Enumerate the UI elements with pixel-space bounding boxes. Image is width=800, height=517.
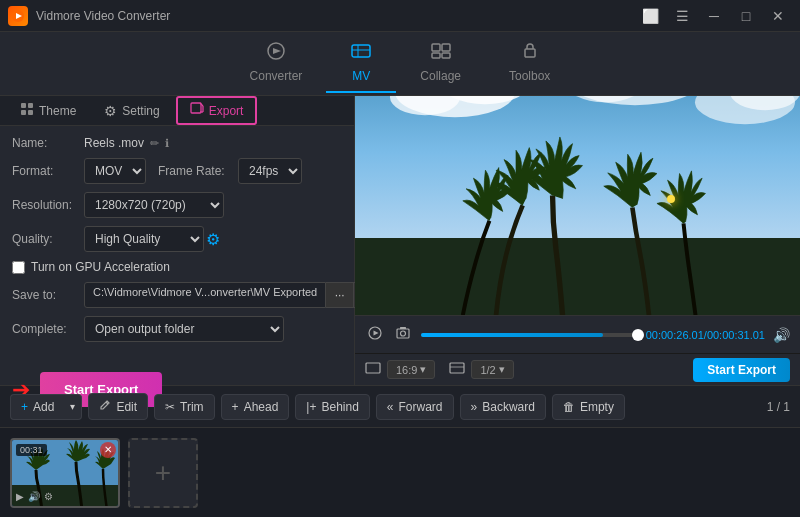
- svg-rect-32: [400, 327, 406, 329]
- screenshot-button[interactable]: [393, 323, 413, 346]
- saveto-row: Save to: C:\Vidmore\Vidmore V...onverter…: [12, 282, 342, 308]
- time-display: 00:00:26.01/00:00:31.01: [646, 329, 765, 341]
- resolution-row: Resolution: 1280x720 (720p)1920x1080 (10…: [12, 192, 342, 218]
- subtab-theme[interactable]: Theme: [8, 98, 88, 123]
- trim-icon: ✂: [165, 400, 175, 414]
- svg-rect-12: [21, 103, 26, 108]
- complete-select[interactable]: Open output folderDo nothing: [84, 316, 284, 342]
- clip-settings-icon: ⚙: [44, 491, 53, 502]
- saveto-label: Save to:: [12, 288, 84, 302]
- minimize-button[interactable]: ─: [700, 6, 728, 26]
- tab-converter[interactable]: Converter: [226, 34, 327, 93]
- close-button[interactable]: ✕: [764, 6, 792, 26]
- quality-settings-button[interactable]: ⚙: [204, 228, 222, 251]
- subtab-setting-label: Setting: [122, 104, 159, 118]
- video-thumbnail: [355, 96, 800, 315]
- empty-button[interactable]: 🗑 Empty: [552, 394, 625, 420]
- aspect-ratio-label: 16:9: [396, 364, 417, 376]
- progress-thumb: [632, 329, 644, 341]
- svg-rect-30: [397, 329, 409, 338]
- volume-icon[interactable]: 🔊: [773, 327, 790, 343]
- progress-fill: [421, 333, 603, 337]
- clip-count-label: 1/2: [480, 364, 495, 376]
- add-button-group: + Add ▾: [10, 394, 82, 420]
- trim-button[interactable]: ✂ Trim: [154, 394, 215, 420]
- framerate-select[interactable]: 24fps25fps30fps: [238, 158, 302, 184]
- complete-row: Complete: Open output folderDo nothing: [12, 316, 342, 342]
- clip-play-icon: ▶: [16, 491, 24, 502]
- subtab-export-label: Export: [209, 104, 244, 118]
- svg-rect-9: [432, 53, 440, 58]
- info-icon[interactable]: ℹ: [165, 137, 169, 150]
- save-path-display: C:\Vidmore\Vidmore V...onverter\MV Expor…: [84, 282, 326, 308]
- forward-icon: «: [387, 400, 394, 414]
- aspect-dropdown-icon: ▾: [420, 363, 426, 376]
- svg-point-31: [401, 331, 406, 336]
- save-browse-button[interactable]: ···: [326, 282, 354, 308]
- video-controls: 00:00:26.01/00:00:31.01 🔊: [355, 315, 800, 353]
- format-select[interactable]: MOVMP4AVIMKV: [84, 158, 146, 184]
- app-logo: [8, 6, 28, 26]
- add-dropdown-button[interactable]: ▾: [64, 394, 82, 420]
- maximize-button[interactable]: □: [732, 6, 760, 26]
- subtab-setting[interactable]: ⚙ Setting: [92, 99, 171, 123]
- framerate-label: Frame Rate:: [158, 164, 238, 178]
- clip-dropdown-icon: ▾: [499, 363, 505, 376]
- edit-icon: [99, 399, 111, 414]
- chat-button[interactable]: ⬜: [636, 6, 664, 26]
- sub-tabs: Theme ⚙ Setting Export: [0, 96, 354, 126]
- resolution-label: Resolution:: [12, 198, 84, 212]
- quality-select[interactable]: High QualityStandard QualityLow Quality: [84, 226, 204, 252]
- tab-collage-label: Collage: [420, 69, 461, 83]
- tab-mv[interactable]: MV: [326, 34, 396, 93]
- progress-bar[interactable]: [421, 333, 638, 337]
- tab-converter-label: Converter: [250, 69, 303, 83]
- gpu-label: Turn on GPU Acceleration: [31, 260, 170, 274]
- nav-tabs: Converter MV Collage Toolbox: [0, 32, 800, 96]
- saveto-path-group: C:\Vidmore\Vidmore V...onverter\MV Expor…: [84, 282, 382, 308]
- name-value: Reels .mov ✏ ℹ: [84, 136, 169, 150]
- svg-rect-15: [28, 110, 33, 115]
- add-button[interactable]: + Add: [10, 394, 64, 420]
- play-button[interactable]: [365, 323, 385, 346]
- svg-rect-33: [366, 363, 380, 373]
- tab-collage[interactable]: Collage: [396, 34, 485, 93]
- export-form: Name: Reels .mov ✏ ℹ Format: MOVMP4AVIMK…: [0, 126, 354, 360]
- edit-icon[interactable]: ✏: [150, 137, 159, 150]
- svg-rect-8: [442, 44, 450, 51]
- add-clip-button[interactable]: +: [128, 438, 198, 508]
- menu-button[interactable]: ☰: [668, 6, 696, 26]
- aspect-ratio-button[interactable]: 16:9 ▾: [387, 360, 435, 379]
- svg-rect-34: [450, 363, 464, 373]
- timeline: 00:31 ✕ ▶ 🔊 ⚙ +: [0, 427, 800, 517]
- quality-label: Quality:: [12, 232, 84, 246]
- collage-icon: [430, 42, 452, 65]
- left-panel: Theme ⚙ Setting Export Name: Reels .mov …: [0, 96, 355, 385]
- light-spot: [667, 195, 675, 203]
- clip-count-button[interactable]: 1/2 ▾: [471, 360, 513, 379]
- gpu-checkbox[interactable]: [12, 261, 25, 274]
- clip-icons: ▶ 🔊 ⚙: [16, 491, 53, 502]
- resolution-select[interactable]: 1280x720 (720p)1920x1080 (1080p): [84, 192, 224, 218]
- ahead-button[interactable]: + Ahead: [221, 394, 290, 420]
- clip-close-button[interactable]: ✕: [100, 442, 116, 458]
- forward-button[interactable]: « Forward: [376, 394, 454, 420]
- export-icon: [190, 102, 204, 119]
- add-clip-icon: +: [155, 457, 171, 489]
- right-panel: 00:00:26.01/00:00:31.01 🔊 16:9 ▾ 1/2 ▾: [355, 96, 800, 385]
- svg-rect-11: [525, 49, 535, 57]
- video-dimensions-icon: [365, 362, 381, 377]
- mv-icon: [350, 42, 372, 65]
- titlebar: Vidmore Video Converter ⬜ ☰ ─ □ ✕: [0, 0, 800, 32]
- setting-icon: ⚙: [104, 103, 117, 119]
- subtab-export[interactable]: Export: [176, 96, 258, 125]
- page-count: 1 / 1: [767, 400, 790, 414]
- tab-toolbox[interactable]: Toolbox: [485, 34, 574, 93]
- backward-button[interactable]: » Backward: [460, 394, 546, 420]
- behind-button[interactable]: |+ Behind: [295, 394, 370, 420]
- start-export-small-button[interactable]: Start Export: [693, 358, 790, 382]
- edit-button[interactable]: Edit: [88, 393, 148, 420]
- gpu-row: Turn on GPU Acceleration: [12, 260, 342, 274]
- palm-trees-svg: [355, 129, 800, 315]
- timeline-clip[interactable]: 00:31 ✕ ▶ 🔊 ⚙: [10, 438, 120, 508]
